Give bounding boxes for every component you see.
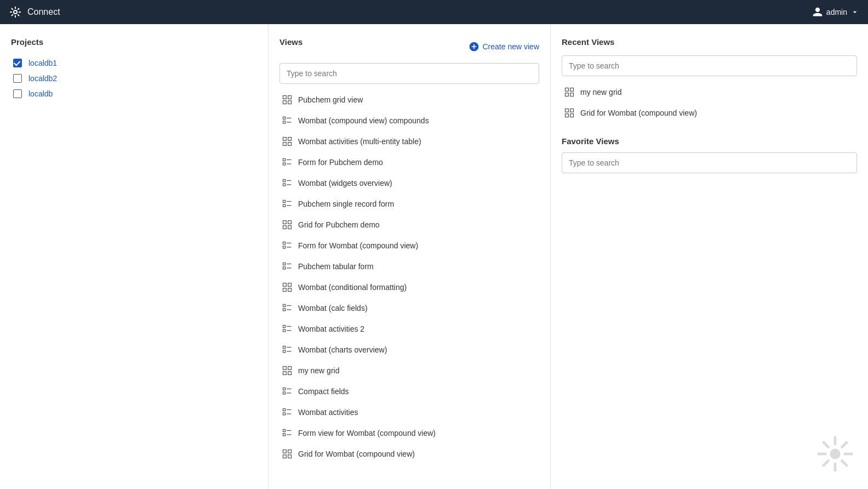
svg-rect-37 xyxy=(283,283,287,287)
view-name-15: Compact fields xyxy=(298,387,349,396)
view-item-14[interactable]: my new grid xyxy=(279,360,539,381)
project-name-localdb2: localdb2 xyxy=(28,74,57,83)
project-checkbox-localdb[interactable] xyxy=(13,89,22,98)
form-view-icon xyxy=(282,240,293,251)
view-item-16[interactable]: Wombat activities xyxy=(279,402,539,423)
form-view-icon xyxy=(282,198,293,209)
view-item-17[interactable]: Form view for Wombat (compound view) xyxy=(279,423,539,443)
project-checkbox-localdb1[interactable] xyxy=(13,59,22,67)
svg-rect-73 xyxy=(566,88,569,92)
svg-rect-29 xyxy=(283,242,285,244)
recent-views-title: Recent Views xyxy=(562,37,857,47)
svg-rect-71 xyxy=(283,455,287,458)
view-item-10[interactable]: Wombat (conditional formatting) xyxy=(279,277,539,298)
view-name-6: Pubchem single record form xyxy=(298,200,394,208)
form-view-icon xyxy=(282,261,293,272)
svg-rect-38 xyxy=(288,283,292,287)
views-header: Views Create new view xyxy=(279,37,539,55)
favorite-views-search-input[interactable] xyxy=(562,152,857,173)
view-item-15[interactable]: Compact fields xyxy=(279,381,539,402)
svg-rect-21 xyxy=(283,200,285,202)
view-name-8: Form for Wombat (compound view) xyxy=(298,241,418,250)
chevron-down-icon xyxy=(850,8,859,16)
view-name-18: Grid for Wombat (compound view) xyxy=(298,450,415,458)
recent-views-search-input[interactable] xyxy=(562,55,857,76)
svg-rect-26 xyxy=(288,221,292,224)
view-item-7[interactable]: Grid for Pubchem demo xyxy=(279,214,539,235)
view-name-10: Wombat (conditional formatting) xyxy=(298,283,407,292)
svg-rect-59 xyxy=(283,392,285,394)
svg-rect-57 xyxy=(283,388,285,390)
svg-rect-2 xyxy=(288,96,292,99)
grid-view-icon xyxy=(282,282,293,293)
form-view-icon xyxy=(282,115,293,126)
form-view-icon xyxy=(282,178,293,189)
app-logo-icon xyxy=(9,5,22,19)
view-item-18[interactable]: Grid for Wombat (compound view) xyxy=(279,443,539,464)
svg-rect-10 xyxy=(288,138,292,141)
plus-circle-icon xyxy=(469,41,479,52)
recent-views-panel: Recent Views my new grid Grid for Wombat… xyxy=(551,24,868,489)
grid-view-icon xyxy=(564,87,575,98)
form-view-icon xyxy=(282,344,293,355)
svg-rect-9 xyxy=(283,138,287,141)
project-item-localdb1[interactable]: localdb1 xyxy=(11,55,257,71)
svg-rect-77 xyxy=(566,109,569,112)
svg-rect-7 xyxy=(283,121,285,123)
create-new-view-label: Create new view xyxy=(483,42,540,51)
svg-rect-1 xyxy=(283,96,287,99)
recent-view-item-1[interactable]: my new grid xyxy=(562,82,857,103)
form-view-icon xyxy=(282,428,293,439)
view-item-3[interactable]: Wombat activities (multi-entity table) xyxy=(279,131,539,152)
view-item-9[interactable]: Pubchem tabular form xyxy=(279,256,539,277)
svg-rect-51 xyxy=(283,350,285,352)
view-name-13: Wombat (charts overview) xyxy=(298,345,387,354)
svg-rect-72 xyxy=(288,455,292,458)
form-view-icon xyxy=(282,157,293,168)
view-item-13[interactable]: Wombat (charts overview) xyxy=(279,339,539,360)
view-item-11[interactable]: Wombat (calc fields) xyxy=(279,298,539,319)
view-name-16: Wombat activities xyxy=(298,408,358,417)
views-list: Pubchem grid view Wombat (compound view)… xyxy=(279,89,539,464)
svg-rect-75 xyxy=(566,93,569,96)
view-item-5[interactable]: Wombat (widgets overview) xyxy=(279,173,539,194)
view-name-17: Form view for Wombat (compound view) xyxy=(298,429,436,437)
view-name-1: Pubchem grid view xyxy=(298,95,363,104)
svg-rect-49 xyxy=(283,346,285,348)
projects-panel: Projects localdb1 localdb2 localdb xyxy=(0,24,269,489)
view-item-6[interactable]: Pubchem single record form xyxy=(279,194,539,214)
svg-rect-63 xyxy=(283,413,285,415)
svg-rect-27 xyxy=(283,226,287,229)
user-name: admin xyxy=(826,8,847,16)
view-item-8[interactable]: Form for Wombat (compound view) xyxy=(279,235,539,256)
recent-views-list: my new grid Grid for Wombat (compound vi… xyxy=(562,82,857,123)
view-item-1[interactable]: Pubchem grid view xyxy=(279,89,539,110)
view-name-2: Wombat (compound view) compounds xyxy=(298,116,429,125)
view-item-12[interactable]: Wombat activities 2 xyxy=(279,319,539,339)
projects-title: Projects xyxy=(11,37,257,47)
view-item-4[interactable]: Form for Pubchem demo xyxy=(279,152,539,173)
user-menu[interactable]: admin xyxy=(812,7,859,18)
project-item-localdb2[interactable]: localdb2 xyxy=(11,71,257,86)
svg-rect-54 xyxy=(288,367,292,370)
svg-rect-15 xyxy=(283,163,285,165)
svg-rect-61 xyxy=(283,408,285,411)
views-search-input[interactable] xyxy=(279,63,539,84)
svg-rect-4 xyxy=(288,101,292,104)
svg-rect-41 xyxy=(283,304,285,306)
recent-view-item-2[interactable]: Grid for Wombat (compound view) xyxy=(562,103,857,123)
svg-rect-3 xyxy=(283,101,287,104)
projects-list: localdb1 localdb2 localdb xyxy=(11,55,257,101)
grid-view-icon xyxy=(282,219,293,230)
view-item-2[interactable]: Wombat (compound view) compounds xyxy=(279,110,539,131)
svg-rect-31 xyxy=(283,246,285,248)
view-name-12: Wombat activities 2 xyxy=(298,325,364,333)
view-name-11: Wombat (calc fields) xyxy=(298,304,368,312)
svg-rect-12 xyxy=(288,143,292,146)
project-checkbox-localdb2[interactable] xyxy=(13,74,22,83)
user-icon xyxy=(812,7,823,18)
project-item-localdb[interactable]: localdb xyxy=(11,86,257,101)
create-new-view-button[interactable]: Create new view xyxy=(469,41,540,52)
view-name-7: Grid for Pubchem demo xyxy=(298,220,380,229)
svg-rect-55 xyxy=(283,372,287,375)
